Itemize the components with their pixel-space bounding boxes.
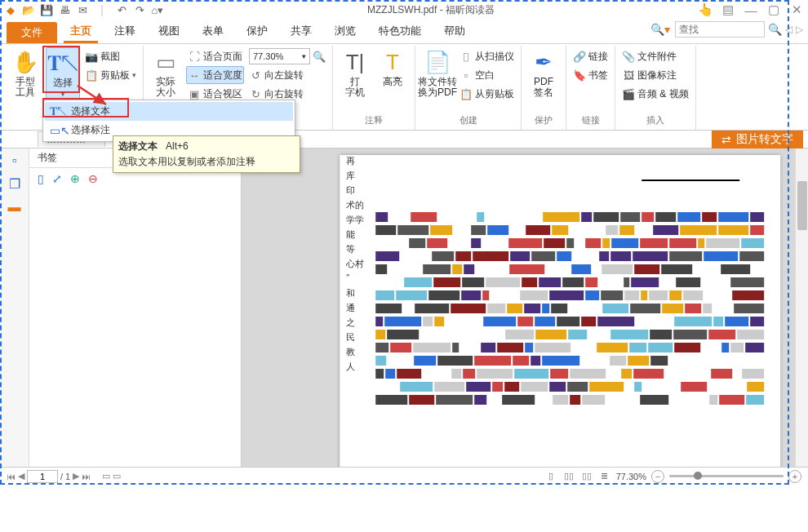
tab-annot[interactable]: 注释 (103, 20, 147, 43)
blank-icon: ▫ (459, 69, 473, 82)
tab-help[interactable]: 帮助 (433, 20, 477, 43)
select-tool-button[interactable]: 𝐓↖ 选择 ▼ (46, 47, 80, 100)
view-cont-facing-icon[interactable]: ≣ (598, 470, 611, 483)
text-select-icon: 𝐓↖ (47, 50, 78, 76)
pdf-sign-button[interactable]: ✒PDF 签名 (526, 47, 561, 100)
av-button[interactable]: 🎬音频 & 视频 (620, 85, 690, 103)
expand-icon[interactable]: ▭ (113, 471, 121, 481)
tab-form[interactable]: 表单 (191, 20, 235, 43)
side-comment-icon[interactable]: ▬ (8, 200, 21, 215)
zoom-slider[interactable] (669, 475, 784, 477)
side-page-icon[interactable]: ▫ (12, 153, 17, 168)
tab-protect[interactable]: 保护 (235, 20, 279, 43)
fit-width-button[interactable]: ↔适合宽度 (186, 66, 244, 84)
bookmark-icon: 🔖 (573, 69, 586, 82)
tab-share[interactable]: 共享 (279, 20, 323, 43)
scrollbar-vertical[interactable] (795, 149, 808, 467)
actual-size-button[interactable]: ▭ 实际 大小 (149, 47, 183, 100)
scanner-icon: ⌷ (459, 50, 473, 63)
tab-home[interactable]: 主页 (59, 20, 103, 43)
from-scanner-button[interactable]: ⌷从扫描仪 (458, 47, 516, 65)
search-input[interactable] (675, 21, 765, 38)
tab-features[interactable]: 特色功能 (367, 20, 433, 43)
ocr-icon: ⇄ (721, 133, 731, 146)
minimize-icon[interactable]: — (743, 2, 759, 17)
rotate-left-button[interactable]: ↺向左旋转 (247, 66, 327, 84)
snapshot-button[interactable]: 📷截图 (83, 47, 138, 65)
typewriter-button[interactable]: T|打 字机 (338, 47, 372, 100)
hand-icon[interactable]: 👆 (697, 2, 713, 17)
image-icon: 🖼 (622, 69, 635, 82)
link-icon: 🔗 (573, 50, 586, 63)
select-text-item[interactable]: 𝐓↖ 选择文本 (45, 102, 293, 121)
camera-icon: 📷 (85, 50, 98, 63)
convert-to-pdf-button[interactable]: 📄将文件转 换为PDF (420, 47, 455, 100)
hand-icon: ✋ (12, 49, 38, 75)
search-go-icon[interactable]: 🔍 (768, 23, 782, 36)
chevron-down-icon: ▼ (60, 90, 67, 98)
last-page-icon[interactable]: ⏭ (82, 472, 91, 481)
view-single-icon[interactable]: ▯ (544, 470, 557, 483)
tooltip: 选择文本Alt+6 选取文本用以复制或者添加注释 (113, 135, 300, 173)
bm-del-icon[interactable]: ⊖ (88, 172, 98, 185)
from-clip-icon: 📋 (459, 87, 473, 100)
bm-expand-icon[interactable]: ⤢ (52, 172, 62, 185)
zoom-out-icon[interactable]: − (651, 470, 664, 483)
av-icon: 🎬 (622, 87, 635, 100)
link-button[interactable]: 🔗链接 (571, 47, 610, 65)
zoom-in-icon[interactable]: + (788, 470, 801, 483)
view-facing-icon[interactable]: ▯▯ (580, 470, 593, 483)
bookmark-button[interactable]: 🔖书签 (571, 66, 610, 84)
file-menu[interactable]: 文件 (7, 22, 57, 43)
side-layers-icon[interactable]: ❐ (9, 176, 20, 192)
maximize-icon[interactable]: ▢ (766, 2, 782, 17)
text-select-icon: 𝐓↖ (50, 104, 64, 118)
sign-icon: ✒ (535, 49, 553, 75)
clipboard-button[interactable]: 📋剪贴板▾ (83, 66, 138, 84)
window-title: MZZJLSWH.pdf - 福昕阅读器 (165, 3, 697, 17)
annot-select-icon: ▭↖ (50, 124, 64, 137)
tab-browse[interactable]: 浏览 (323, 20, 367, 43)
next-page-icon[interactable]: ▶ (73, 471, 79, 481)
attach-button[interactable]: 📎文件附件 (620, 47, 690, 65)
zoom-combo[interactable]: 77.30%▾ 🔍 (247, 47, 327, 65)
from-clipboard-button[interactable]: 📋从剪贴板 (458, 85, 516, 103)
actual-size-icon: ▭ (156, 49, 176, 75)
rotate-left-icon: ↺ (249, 69, 262, 82)
bm-tool-icon[interactable]: ▯ (38, 172, 44, 185)
fit-page-icon: ⛶ (188, 50, 201, 63)
hand-tool-button[interactable]: ✋ 手型 工具 (8, 47, 42, 100)
tab-view[interactable]: 视图 (147, 20, 191, 43)
close-icon[interactable]: ✕ (788, 2, 805, 17)
redo-icon[interactable]: ↷ (132, 2, 147, 17)
home-dd-icon[interactable]: ⌂▾ (150, 2, 165, 17)
blank-page-button[interactable]: ▫空白 (458, 66, 516, 84)
pdf-page[interactable]: 再库印术的学学能等心村"和通之民教人 (340, 155, 780, 467)
typewriter-icon: T| (346, 49, 365, 75)
app-icon: ◆ (3, 2, 18, 17)
bookmark-title: 书签 (38, 151, 57, 165)
fit-page-button[interactable]: ⛶适合页面 (186, 47, 244, 65)
highlight-button[interactable]: T高亮 (375, 47, 410, 89)
view-cont-icon[interactable]: ▯▯ (562, 470, 575, 483)
mail-icon[interactable]: ✉ (75, 2, 90, 17)
page-total: / 1 (60, 472, 70, 481)
print-icon[interactable]: 🖶 (57, 2, 72, 17)
ribbon-toggle-icon[interactable]: ▤ (720, 2, 736, 17)
prev-page-icon[interactable]: ◀ (18, 471, 24, 481)
find-tool-icon[interactable]: 🔍▾ (649, 21, 672, 38)
image-annot-button[interactable]: 🖼图像标注 (620, 66, 690, 84)
highlight-icon: T (386, 49, 399, 75)
undo-icon[interactable]: ↶ (114, 2, 129, 17)
bm-add-icon[interactable]: ⊕ (70, 172, 80, 185)
clipboard-icon: 📋 (85, 69, 98, 82)
page-input[interactable] (27, 470, 58, 483)
first-page-icon[interactable]: ⏮ (7, 472, 16, 481)
zoom-in-icon: 🔍 (313, 50, 326, 63)
fit-width-icon: ↔ (188, 69, 201, 82)
open-icon[interactable]: 📂 (21, 2, 36, 17)
save-icon[interactable]: 💾 (39, 2, 54, 17)
promo-ocr[interactable]: ⇄ 图片转文字 (712, 131, 803, 149)
rotate-right-icon: ↻ (249, 87, 262, 100)
collapse-icon[interactable]: ▭ (102, 471, 110, 481)
